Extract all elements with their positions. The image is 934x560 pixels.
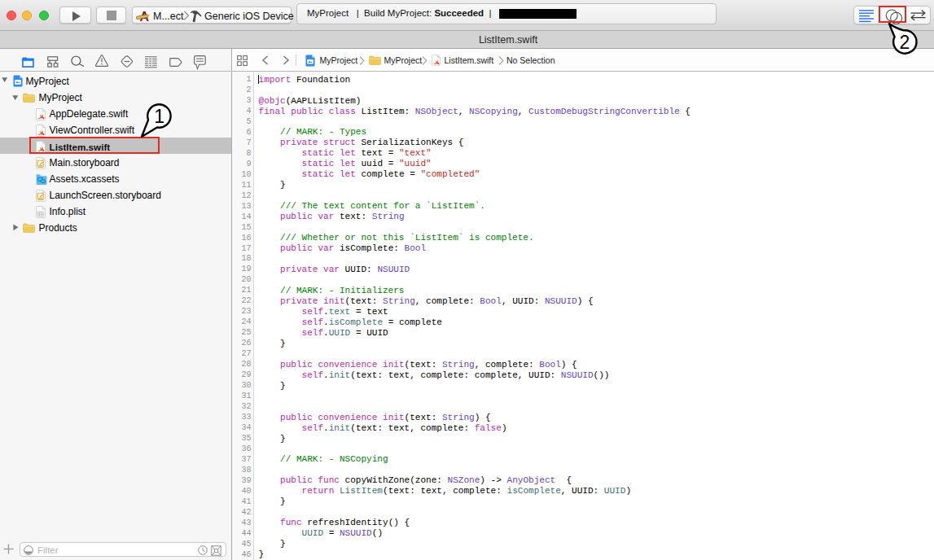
svg-text:2: 2	[900, 32, 910, 53]
svg-text:1: 1	[154, 106, 164, 127]
